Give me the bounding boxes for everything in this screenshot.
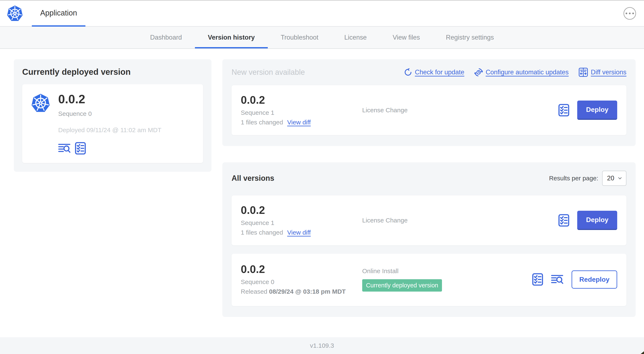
app-footer: v1.109.3 bbox=[0, 337, 644, 354]
version-row: 0.0.2 Sequence 0 Released 08/29/24 @ 03:… bbox=[232, 254, 626, 306]
view-diff-link[interactable]: View diff bbox=[287, 119, 311, 126]
all-versions-title: All versions bbox=[232, 174, 274, 183]
currently-deployed-badge: Currently deployed version bbox=[362, 279, 442, 291]
version-released-date: Released 08/29/24 @ 03:18 pm MDT bbox=[241, 288, 362, 295]
diff-versions-link[interactable]: Diff versions bbox=[579, 68, 626, 77]
version-sequence: Sequence 1 bbox=[241, 109, 362, 116]
version-sequence: Sequence 0 bbox=[241, 278, 362, 285]
main-content: Currently deployed version 0.0.2 Sequenc… bbox=[0, 49, 644, 337]
results-per-page-label: Results per page: bbox=[549, 175, 598, 182]
new-version-card: 0.0.2 Sequence 1 1 files changed View di… bbox=[232, 85, 626, 135]
version-row: 0.0.2 Sequence 1 1 files changed View di… bbox=[232, 195, 626, 245]
page-nav: Dashboard Version history Troubleshoot L… bbox=[0, 27, 644, 49]
ellipsis-icon bbox=[626, 13, 627, 14]
all-versions-section: All versions Results per page: 20 0.0.2 … bbox=[222, 162, 636, 317]
version-number: 0.0.2 bbox=[241, 95, 362, 105]
console-version: v1.109.3 bbox=[310, 342, 334, 349]
current-deployed-date: Deployed 09/11/24 @ 11:02 am MDT bbox=[58, 127, 162, 134]
check-for-update-link[interactable]: Check for update bbox=[404, 68, 464, 76]
diff-icon bbox=[579, 68, 588, 77]
schedule-icon bbox=[474, 68, 483, 77]
deploy-button[interactable]: Deploy bbox=[577, 211, 617, 230]
preflight-checklist-icon[interactable] bbox=[532, 273, 543, 286]
ellipsis-menu-button[interactable] bbox=[624, 7, 636, 20]
new-version-title: New version available bbox=[232, 68, 305, 77]
version-sequence: Sequence 1 bbox=[241, 219, 362, 226]
app-header: Application bbox=[0, 1, 644, 27]
files-changed: 1 files changed bbox=[241, 119, 283, 126]
tab-version-history[interactable]: Version history bbox=[195, 27, 268, 48]
kubernetes-app-icon bbox=[30, 93, 51, 155]
deploy-button[interactable]: Deploy bbox=[577, 101, 617, 120]
tab-dashboard[interactable]: Dashboard bbox=[137, 27, 195, 48]
tab-license[interactable]: License bbox=[332, 27, 380, 48]
current-sequence: Sequence 0 bbox=[58, 110, 162, 117]
tab-view-files[interactable]: View files bbox=[380, 27, 433, 48]
view-diff-link[interactable]: View diff bbox=[287, 229, 311, 236]
version-number: 0.0.2 bbox=[241, 264, 362, 275]
files-changed: 1 files changed bbox=[241, 229, 283, 236]
preflight-checklist-icon[interactable] bbox=[558, 104, 569, 117]
version-number: 0.0.2 bbox=[241, 205, 362, 216]
chevron-down-icon bbox=[618, 176, 622, 181]
tab-troubleshoot[interactable]: Troubleshoot bbox=[268, 27, 332, 48]
refresh-icon bbox=[404, 68, 412, 76]
currently-deployed-card: 0.0.2 Sequence 0 Deployed 09/11/24 @ 11:… bbox=[22, 84, 203, 163]
version-source: License Change bbox=[362, 107, 558, 114]
results-per-page-select[interactable]: 20 bbox=[602, 171, 626, 186]
preflight-checklist-icon[interactable] bbox=[75, 142, 86, 155]
deploy-logs-icon[interactable] bbox=[58, 143, 71, 154]
redeploy-button[interactable]: Redeploy bbox=[572, 270, 617, 289]
app-tab[interactable]: Application bbox=[32, 1, 86, 27]
new-version-section: New version available Check for update C… bbox=[222, 59, 636, 146]
tab-registry-settings[interactable]: Registry settings bbox=[433, 27, 507, 48]
version-source: Online Install bbox=[362, 267, 532, 275]
currently-deployed-title: Currently deployed version bbox=[22, 67, 203, 77]
currently-deployed-panel: Currently deployed version 0.0.2 Sequenc… bbox=[14, 59, 212, 172]
deploy-logs-icon[interactable] bbox=[551, 274, 564, 285]
configure-automatic-updates-link[interactable]: Configure automatic updates bbox=[474, 68, 569, 77]
preflight-checklist-icon[interactable] bbox=[558, 214, 569, 227]
version-source: License Change bbox=[362, 217, 558, 224]
kubernetes-logo-icon bbox=[6, 5, 24, 22]
current-version-number: 0.0.2 bbox=[58, 93, 162, 105]
